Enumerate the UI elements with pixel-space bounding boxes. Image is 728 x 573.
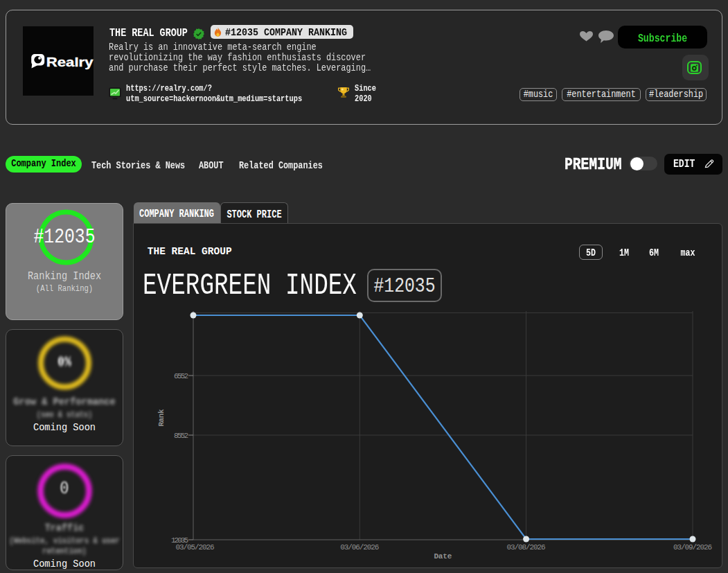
svg-text:Date: Date	[434, 552, 452, 561]
svg-text:03/09/2026: 03/09/2026	[673, 543, 712, 552]
svg-text:6552: 6552	[174, 372, 188, 380]
svg-text:03/08/2026: 03/08/2026	[507, 543, 546, 552]
svg-text:Realry: Realry	[46, 54, 94, 69]
svg-text:Rank: Rank	[157, 409, 166, 426]
svg-text:03/05/2026: 03/05/2026	[176, 543, 215, 552]
svg-text:8552: 8552	[174, 432, 188, 440]
svg-text:03/06/2026: 03/06/2026	[340, 543, 379, 552]
